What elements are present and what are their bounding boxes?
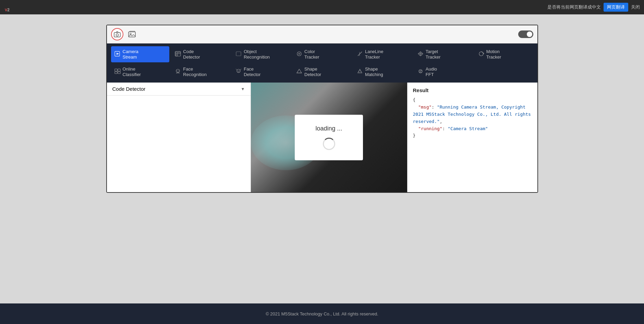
svg-rect-21 [115, 69, 117, 71]
close-translate-button[interactable]: 关闭 [631, 4, 640, 10]
app-container: Camera Stream Code Detector [106, 25, 538, 193]
svg-rect-11 [236, 52, 241, 56]
motion-tracker-icon [478, 51, 484, 58]
nav-menu: Camera Stream Code Detector [107, 43, 537, 83]
nav-item-object-recognition[interactable]: Object Recongnition [232, 46, 291, 62]
svg-line-14 [358, 52, 362, 56]
camera-view: loading ... [251, 83, 407, 192]
svg-rect-24 [118, 72, 120, 74]
nav-item-target-tracker[interactable]: Target Tracker [414, 46, 473, 62]
svg-point-35 [359, 71, 361, 73]
svg-rect-8 [176, 52, 178, 54]
target-tracker-icon [417, 51, 424, 58]
svg-point-1 [116, 34, 118, 36]
loading-text: loading ... [315, 125, 342, 132]
audio-fft-icon [417, 68, 424, 75]
nav-item-camera-stream[interactable]: Camera Stream [111, 46, 170, 62]
v2-logo: V2 [5, 3, 10, 12]
svg-point-13 [299, 53, 300, 54]
svg-marker-33 [297, 69, 302, 73]
svg-point-26 [177, 70, 178, 71]
svg-marker-20 [483, 53, 484, 54]
nav-item-face-recognition[interactable]: Face Recognition [171, 64, 230, 80]
panel-title: Code Detector [112, 86, 146, 92]
toolbar [107, 25, 537, 43]
svg-line-31 [236, 69, 237, 70]
svg-rect-9 [178, 52, 180, 54]
laneline-tracker-icon [357, 51, 363, 58]
panel-dropdown-arrow[interactable]: ▼ [241, 87, 245, 91]
code-detector-label: Code Detector [183, 49, 200, 60]
nav-item-shape-detector[interactable]: Shape Detector [293, 64, 351, 80]
svg-rect-10 [176, 54, 178, 56]
object-recognition-icon [235, 51, 242, 58]
laneline-tracker-label: LaneLine Tracker [365, 49, 384, 60]
audio-fft-label: Audio FFT [426, 66, 437, 77]
nav-item-shape-matching[interactable]: Shape Matching [353, 64, 412, 80]
svg-marker-6 [117, 53, 119, 55]
online-classifier-icon [114, 68, 121, 75]
motion-tracker-label: Motion Tracker [486, 49, 501, 60]
loading-spinner [323, 138, 335, 150]
toggle-switch[interactable] [518, 30, 533, 38]
translate-button[interactable]: 网页翻译 [604, 3, 628, 12]
svg-rect-3 [130, 31, 135, 32]
svg-marker-34 [358, 69, 362, 73]
svg-point-29 [238, 70, 239, 71]
footer-text: © 2021 M5Stack Technology Co., Ltd. All … [266, 311, 378, 316]
result-json: { "msg": "Running Camera Stream, Copyrig… [413, 97, 532, 139]
svg-point-30 [239, 70, 240, 71]
left-panel: Code Detector ▼ [107, 83, 251, 192]
color-tracker-label: Color Tracker [304, 49, 319, 60]
result-panel: Result { "msg": "Running Camera Stream, … [407, 83, 537, 192]
face-detector-label: Face Detector [244, 66, 260, 77]
panel-header: Code Detector ▼ [107, 83, 251, 96]
translate-notice: 是否将当前网页翻译成中文 [547, 4, 601, 10]
gallery-button[interactable] [127, 29, 138, 39]
face-recognition-label: Face Recognition [183, 66, 207, 77]
nav-item-color-tracker[interactable]: Color Tracker [293, 46, 351, 62]
online-classifier-label: Online Classifier [123, 66, 141, 77]
shape-matching-icon [357, 68, 363, 75]
nav-item-face-detector[interactable]: Face Detector [232, 64, 291, 80]
target-tracker-label: Target Tracker [426, 49, 441, 60]
shape-matching-label: Shape Matching [365, 66, 383, 77]
object-recognition-label: Object Recongnition [244, 49, 270, 60]
shape-detector-icon [296, 68, 302, 75]
code-detector-icon [175, 51, 181, 58]
face-recognition-icon [175, 68, 181, 75]
nav-item-audio-fft[interactable]: Audio FFT [414, 64, 473, 80]
nav-item-code-detector[interactable]: Code Detector [171, 46, 230, 62]
camera-stream-icon [114, 51, 121, 58]
svg-rect-22 [118, 69, 120, 71]
svg-line-32 [240, 69, 241, 70]
shape-detector-label: Shape Detector [304, 66, 321, 77]
camera-stream-label: Camera Stream [123, 49, 138, 60]
svg-point-27 [179, 70, 179, 71]
nav-item-laneline-tracker[interactable]: LaneLine Tracker [353, 46, 412, 62]
nav-item-motion-tracker[interactable]: Motion Tracker [475, 46, 533, 62]
nav-item-online-classifier[interactable]: Online Classifier [111, 64, 170, 80]
result-title: Result [413, 87, 532, 93]
footer: © 2021 M5Stack Technology Co., Ltd. All … [0, 303, 644, 324]
loading-overlay: loading ... [295, 115, 363, 160]
svg-point-12 [297, 52, 301, 56]
face-detector-icon [235, 68, 242, 75]
camera-button[interactable] [111, 28, 123, 40]
content-area: Code Detector ▼ loading ... Result { [107, 83, 537, 192]
color-tracker-icon [296, 51, 302, 58]
svg-rect-23 [115, 72, 117, 74]
